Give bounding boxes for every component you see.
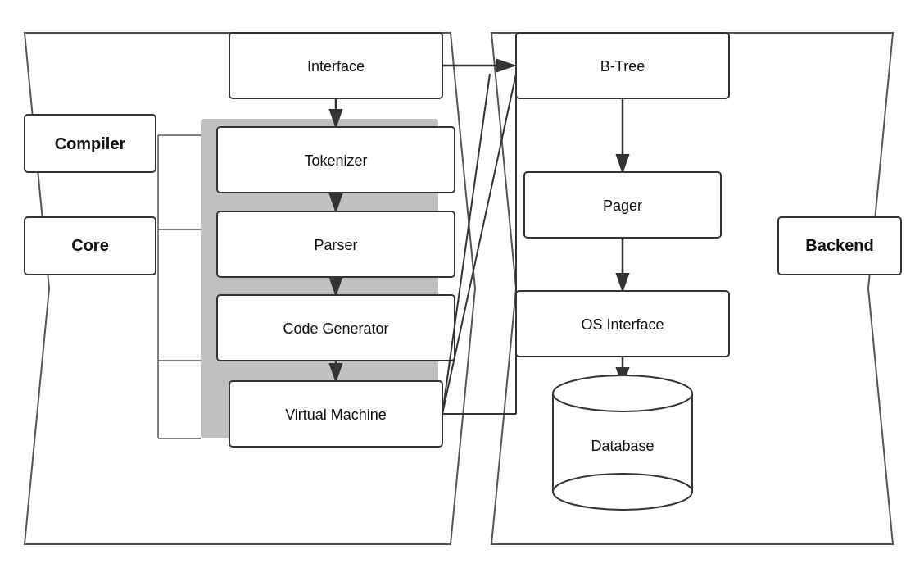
code-generator-text: Code Generator <box>283 320 388 337</box>
compiler-label: Compiler <box>55 134 126 152</box>
virtual-machine-text: Virtual Machine <box>285 407 387 423</box>
os-interface-text: OS Interface <box>581 316 664 333</box>
pager-text: Pager <box>603 198 642 214</box>
core-label: Core <box>71 236 109 254</box>
diagram-container: Compiler Core Backend Interface Tokenize… <box>8 8 916 569</box>
database-cylinder-bottom <box>553 474 692 510</box>
btree-text: B-Tree <box>600 58 645 75</box>
database-cylinder-top <box>553 375 692 411</box>
backend-label: Backend <box>805 236 873 254</box>
tokenizer-text: Tokenizer <box>304 152 367 169</box>
database-text: Database <box>591 438 654 454</box>
parser-text: Parser <box>314 237 357 253</box>
interface-text: Interface <box>307 58 365 75</box>
